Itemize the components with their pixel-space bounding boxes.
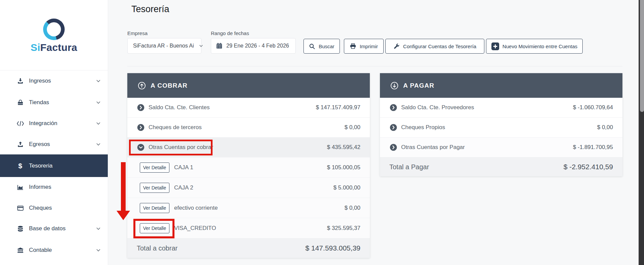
date-range-value: 29 Ene 2026 - 4 Feb 2026 <box>226 43 289 49</box>
sidebar-item-egresos[interactable]: Egresos <box>0 134 108 155</box>
row-label: Saldo Cta. Cte. Proveedores <box>401 104 474 111</box>
credit-card-icon <box>16 205 24 212</box>
row-amount: $ 435.595,42 <box>327 144 360 151</box>
row-label: Cheques de terceros <box>149 124 202 131</box>
bag-icon <box>16 99 24 106</box>
annotation-arrow <box>121 162 126 211</box>
sidebar-item-label: Informes <box>29 184 51 190</box>
date-range-input[interactable]: 29 Ene 2026 - 4 Feb 2026 <box>211 38 296 54</box>
a-cobrar-title: A COBRAR <box>151 82 188 89</box>
sidebar-item-contable[interactable]: Contable <box>0 240 108 261</box>
imprimir-button[interactable]: Imprimir <box>344 39 384 54</box>
total-label: Total a Pagar <box>389 163 429 171</box>
annotation-box-ver-detalle <box>133 219 174 238</box>
sidebar-item-label: Contable <box>29 247 52 254</box>
configurar-cuentas-button-label: Configurar Cuentas de Tesorería <box>403 43 476 49</box>
subrow-label: CAJA 2 <box>174 184 193 191</box>
brand-name: SiFactura <box>0 42 108 53</box>
main-content: Tesorería Empresa SiFactura AR - Buenos … <box>108 0 639 265</box>
sidebar-item-label: Cheques <box>29 205 52 211</box>
a-pagar-panel: A PAGAR Saldo Cta. Cte. Proveedores $ -1… <box>380 73 622 176</box>
sidebar-item-label: Integración <box>29 120 57 127</box>
rango-de-fechas-label: Rango de fechas <box>211 30 249 36</box>
ver-detalle-button[interactable]: Ver Detalle <box>140 203 169 213</box>
row-label: Otras Cuentas por Pagar <box>401 144 465 151</box>
empresa-label: Empresa <box>127 30 148 36</box>
sidebar-item-ingresos[interactable]: Ingresos <box>0 70 108 91</box>
page-title: Tesorería <box>131 4 169 14</box>
empresa-select[interactable]: SiFactura AR - Buenos Ai <box>127 38 201 54</box>
subrow-label: CAJA 1 <box>174 164 193 171</box>
row-label: Cheques Propios <box>401 124 445 131</box>
empresa-selected-value: SiFactura AR - Buenos Ai <box>133 43 194 49</box>
row-label: Saldo Cta. Cte. Clientes <box>149 104 210 111</box>
subrow-caja-1: Ver Detalle CAJA 1 $ 105.000,05 <box>127 157 370 178</box>
bank-icon <box>16 247 24 254</box>
total-a-pagar-row: Total a Pagar $ -2.952.410,59 <box>380 157 622 176</box>
chevron-down-icon <box>96 247 101 253</box>
calendar-icon <box>216 42 223 49</box>
chevron-down-icon <box>96 121 101 126</box>
nuevo-movimiento-button[interactable]: Nuevo Movimiento entre Cuentas <box>486 39 583 54</box>
scrollbar-thumb[interactable] <box>640 0 644 112</box>
area-chart-icon <box>16 184 24 191</box>
a-cobrar-header: A COBRAR <box>127 73 370 98</box>
chevron-down-icon <box>96 226 101 231</box>
code-icon <box>16 121 24 126</box>
plus-square-icon <box>491 42 499 50</box>
subrow-amount: $ 5.000,00 <box>333 184 360 191</box>
row-amount: $ 0,00 <box>597 124 613 131</box>
buscar-button[interactable]: Buscar <box>303 39 340 54</box>
donut-ring-icon <box>43 19 65 40</box>
row-otras-cuentas-por-pagar[interactable]: Otras Cuentas por Pagar $ -1.891.700,95 <box>380 138 622 157</box>
chevron-down-icon <box>96 78 101 84</box>
ver-detalle-button[interactable]: Ver Detalle <box>140 163 169 173</box>
row-amount: $ -1.891.700,95 <box>573 144 613 151</box>
imprimir-button-label: Imprimir <box>360 43 378 49</box>
row-cheques-de-terceros[interactable]: Cheques de terceros $ 0,00 <box>127 118 370 138</box>
subrow-caja-2: Ver Detalle CAJA 2 $ 5.000,00 <box>127 178 370 198</box>
sidebar-item-tesoreria[interactable]: $ Tesoreria <box>0 154 108 177</box>
sidebar-item-tiendas[interactable]: Tiendas <box>0 92 108 113</box>
subrow-efectivo-corriente: Ver Detalle efectivo corriente $ 0,00 <box>127 198 370 218</box>
sidebar-item-label: Tesoreria <box>29 163 53 169</box>
total-label: Total a cobrar <box>137 244 178 252</box>
divider <box>127 66 622 66</box>
sidebar-item-cheques[interactable]: Cheques <box>0 198 108 218</box>
vertical-scrollbar <box>639 0 644 265</box>
subrow-label: VISA_CREDITO <box>174 225 216 232</box>
row-amount: $ 0,00 <box>345 124 360 131</box>
arrow-down-circle-icon <box>390 81 399 90</box>
chevron-right-circle-icon <box>137 104 145 112</box>
chevron-down-icon <box>96 100 101 105</box>
chevron-right-circle-icon <box>137 123 145 131</box>
a-pagar-header: A PAGAR <box>380 73 622 98</box>
sidebar-item-label: Egresos <box>29 141 50 148</box>
sidebar-item-base-de-datos[interactable]: Base de datos <box>0 218 108 239</box>
printer-icon <box>350 43 356 50</box>
download-tray-icon <box>16 78 24 85</box>
sidebar-item-integracion[interactable]: Integración <box>0 113 108 134</box>
row-cheques-propios[interactable]: Cheques Propios $ 0,00 <box>380 118 622 138</box>
total-amount: $ 147.593.005,39 <box>305 244 361 252</box>
annotation-box-otras-cuentas <box>129 140 213 155</box>
sidebar-item-label: Base de datos <box>29 225 66 232</box>
a-pagar-title: A PAGAR <box>403 82 434 89</box>
row-saldo-cta-cte-clientes[interactable]: Saldo Cta. Cte. Clientes $ 147.157.409,9… <box>127 98 370 118</box>
total-amount: $ -2.952.410,59 <box>564 163 613 171</box>
annotation-arrowhead <box>117 211 130 220</box>
subrow-amount: $ 105.000,05 <box>327 164 360 171</box>
buscar-button-label: Buscar <box>319 43 334 49</box>
subrow-amount: $ 325.595,37 <box>327 225 360 232</box>
total-a-cobrar-row: Total a cobrar $ 147.593.005,39 <box>127 238 370 258</box>
ver-detalle-button[interactable]: Ver Detalle <box>140 183 169 193</box>
row-saldo-cta-cte-proveedores[interactable]: Saldo Cta. Cte. Proveedores $ -1.060.709… <box>380 98 622 118</box>
sidebar-item-label: Tiendas <box>29 99 49 106</box>
dollar-icon: $ <box>16 162 24 169</box>
configurar-cuentas-button[interactable]: Configurar Cuentas de Tesorería <box>385 39 484 54</box>
row-amount: $ 147.157.409,97 <box>316 104 360 111</box>
subrow-label: efectivo corriente <box>174 205 218 211</box>
sidebar: SiFactura Ingresos Tiendas Integración E… <box>0 0 108 265</box>
sidebar-item-informes[interactable]: Informes <box>0 177 108 198</box>
chevron-down-icon <box>199 43 203 48</box>
